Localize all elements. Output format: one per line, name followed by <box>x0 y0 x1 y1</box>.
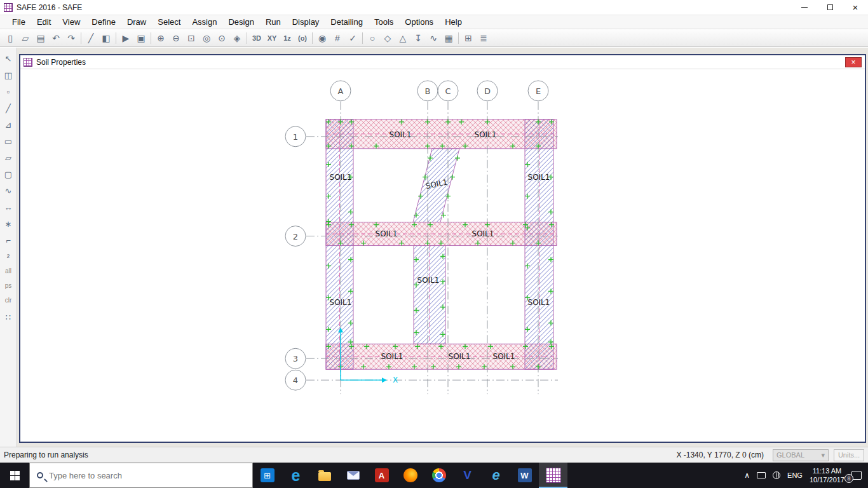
menu-draw[interactable]: Draw <box>121 16 152 28</box>
taskbar-store[interactable]: ⊞ <box>253 463 281 488</box>
new-model-icon[interactable]: ▯ <box>3 31 18 45</box>
restore-full-view-icon[interactable]: ◎ <box>199 31 214 45</box>
report-writer-icon[interactable]: ≣ <box>476 31 491 45</box>
quick-draw-line-icon[interactable]: ⊿ <box>1 119 15 131</box>
lock-model-icon[interactable]: ◧ <box>98 31 114 45</box>
left-tool-all[interactable]: all <box>5 268 11 278</box>
display-tray-icon[interactable] <box>757 472 766 478</box>
taskbar-word[interactable]: W <box>510 463 539 488</box>
svg-text:E: E <box>536 86 541 96</box>
object-shrink-toggle-icon[interactable]: # <box>330 31 345 45</box>
notifications-icon[interactable]: 8 <box>851 471 862 480</box>
taskbar-visio[interactable]: V <box>453 463 482 488</box>
menu-view[interactable]: View <box>57 16 86 28</box>
search-input[interactable] <box>49 471 245 480</box>
visio-icon: V <box>460 468 475 483</box>
clock[interactable]: 11:13 AM 10/17/2017 <box>810 466 844 485</box>
select-pointer-icon[interactable]: ↖ <box>1 53 15 65</box>
menu-help[interactable]: Help <box>439 16 468 28</box>
taskbar-chrome[interactable] <box>424 463 453 488</box>
refresh-window-icon[interactable]: ╱ <box>83 31 98 45</box>
menu-design[interactable]: Design <box>222 16 259 28</box>
save-icon[interactable]: ▤ <box>33 31 48 45</box>
draw-rectangular-area-icon[interactable]: ▢ <box>1 168 15 180</box>
taskbar-search[interactable] <box>29 463 253 488</box>
menu-edit[interactable]: Edit <box>31 16 57 28</box>
left-tool-ps[interactable]: ps <box>5 282 12 292</box>
reshape-object-icon[interactable]: ◫ <box>1 69 15 81</box>
child-titlebar[interactable]: Soil Properties × <box>20 55 865 69</box>
perspective-toggle-icon[interactable]: ◉ <box>315 31 330 45</box>
draw-slab-rebar-icon[interactable]: ∗ <box>1 218 15 230</box>
draw-point-icon[interactable]: ○ <box>365 31 380 45</box>
taskbar-firefox[interactable] <box>396 463 424 488</box>
menu-run[interactable]: Run <box>260 16 287 28</box>
app-logo-icon <box>4 3 13 12</box>
toolbar-separator <box>81 32 81 44</box>
display-options-icon[interactable]: ✓ <box>345 31 360 45</box>
open-file-icon[interactable]: ▱ <box>18 31 33 45</box>
network-tray-icon[interactable] <box>773 471 780 479</box>
menu-detailing[interactable]: Detailing <box>325 16 369 28</box>
assign-area-load-icon[interactable]: ▦ <box>441 31 456 45</box>
view-3d-icon[interactable]: 3D <box>249 31 264 45</box>
taskbar-mail[interactable] <box>339 463 367 488</box>
safe-icon <box>546 468 561 483</box>
show-tables-icon[interactable]: ⊞ <box>461 31 476 45</box>
similar-objects-icon[interactable]: ² <box>1 251 15 263</box>
draw-area-tool-icon[interactable]: ▭ <box>1 135 15 147</box>
quick-draw-area-icon[interactable]: ▱ <box>1 152 15 164</box>
draw-slab-icon[interactable]: ◇ <box>380 31 395 45</box>
coordinate-system-value: GLOBAL <box>776 451 804 459</box>
pan-icon[interactable]: ◈ <box>229 31 245 45</box>
undo-icon[interactable]: ↶ <box>48 31 64 45</box>
menu-tools[interactable]: Tools <box>369 16 399 28</box>
menu-assign[interactable]: Assign <box>186 16 222 28</box>
zoom-in-icon[interactable]: ⊕ <box>153 31 168 45</box>
tray-expand-icon[interactable]: ∧ <box>744 471 750 480</box>
redo-icon[interactable]: ↷ <box>64 31 79 45</box>
run-analysis-icon[interactable]: ▶ <box>118 31 133 45</box>
taskbar-edge[interactable]: e <box>281 463 310 488</box>
run-detailing-icon[interactable]: ▣ <box>133 31 149 45</box>
rotate-view-icon[interactable]: (o) <box>295 31 310 45</box>
view-xz-icon[interactable]: 1z <box>280 31 295 45</box>
draw-polyline-icon[interactable]: ∿ <box>1 185 15 197</box>
word-icon: W <box>518 468 532 482</box>
draw-line-tool-icon[interactable]: ╱ <box>1 102 15 114</box>
assign-point-load-icon[interactable]: ↧ <box>410 31 426 45</box>
taskbar-file-explorer[interactable] <box>310 463 339 488</box>
assign-line-load-icon[interactable]: ∿ <box>426 31 441 45</box>
menu-bar: FileEditViewDefineDrawSelectAssignDesign… <box>0 15 868 29</box>
maximize-button[interactable] <box>817 0 843 15</box>
menu-file[interactable]: File <box>6 16 31 28</box>
child-close-button[interactable]: × <box>845 57 862 67</box>
coordinate-system-dropdown[interactable]: GLOBAL <box>773 449 829 461</box>
view-xy-icon[interactable]: XY <box>264 31 280 45</box>
menu-options[interactable]: Options <box>399 16 439 28</box>
file-explorer-icon <box>318 472 331 481</box>
model-canvas[interactable]: ABCDE1234SOIL1SOIL1SOIL1SOIL1SOIL1SOIL1S… <box>20 69 865 442</box>
rubber-band-zoom-icon[interactable]: ⊡ <box>184 31 199 45</box>
minimize-button[interactable] <box>792 0 817 15</box>
taskbar-acrobat[interactable]: A <box>367 463 396 488</box>
zoom-out-icon[interactable]: ⊖ <box>168 31 184 45</box>
left-tool-clr[interactable]: clr <box>5 297 12 307</box>
taskbar-internet-explorer[interactable]: e <box>482 463 510 488</box>
close-button[interactable]: × <box>843 0 868 15</box>
draw-point-tool-icon[interactable]: ▫ <box>1 86 15 98</box>
menu-display[interactable]: Display <box>287 16 325 28</box>
measure-tool-icon[interactable]: ⌐ <box>1 234 15 247</box>
plan-drawing[interactable]: ABCDE1234SOIL1SOIL1SOIL1SOIL1SOIL1SOIL1S… <box>20 69 865 442</box>
start-button[interactable] <box>0 463 29 488</box>
taskbar-safe[interactable] <box>539 463 567 488</box>
menu-select[interactable]: Select <box>152 16 186 28</box>
language-indicator[interactable]: ENG <box>787 471 803 479</box>
previous-zoom-icon[interactable]: ⊙ <box>214 31 229 45</box>
draw-dimension-icon[interactable]: ↔ <box>1 201 15 214</box>
draw-design-strip-icon[interactable]: △ <box>395 31 410 45</box>
svg-text:SOIL1: SOIL1 <box>528 173 550 182</box>
snap-options-icon[interactable]: ∷ <box>1 311 15 323</box>
menu-define[interactable]: Define <box>86 16 121 28</box>
units-button[interactable]: Units... <box>834 449 864 461</box>
